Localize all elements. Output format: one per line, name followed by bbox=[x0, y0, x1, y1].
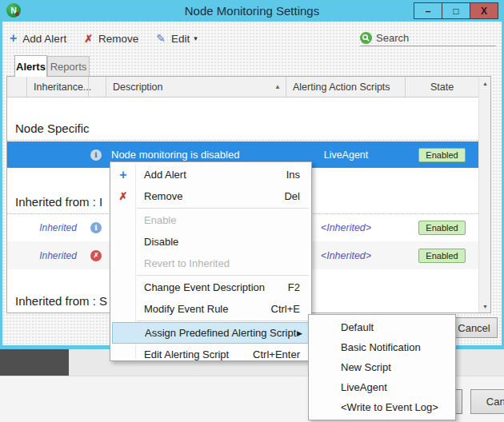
menu-item-label: Assign Predefined Alerting Script bbox=[145, 327, 296, 339]
remove-x-icon: ✗ bbox=[116, 190, 130, 202]
menu-item-revert-to-inherited: Revert to Inherited bbox=[110, 253, 311, 274]
column-header-state[interactable]: State bbox=[406, 77, 478, 97]
submenu-item-liveagent[interactable]: LiveAgent bbox=[309, 377, 455, 397]
error-icon: ✗ bbox=[90, 250, 102, 261]
tab-alerts[interactable]: Alerts bbox=[14, 55, 47, 77]
menu-item-enable: Enable bbox=[110, 209, 311, 231]
menu-item-label: Revert to Inherited bbox=[144, 257, 230, 269]
search-input[interactable] bbox=[376, 32, 488, 44]
submenu-item-new-script[interactable]: New Script bbox=[309, 357, 455, 377]
group-header-node-specific: Node Specific bbox=[7, 116, 478, 141]
submenu-item-basic-notification[interactable]: Basic Notification bbox=[309, 337, 455, 357]
menu-item-label: Edit Alerting Script bbox=[144, 348, 229, 360]
tab-reports[interactable]: Reports bbox=[47, 56, 90, 77]
edit-label: Edit bbox=[171, 33, 190, 45]
menu-item-modify-event-rule[interactable]: Modify Event Rule Ctrl+E bbox=[110, 298, 311, 320]
menu-shortcut: Ins bbox=[286, 169, 300, 181]
maximize-button[interactable]: □ bbox=[442, 2, 470, 19]
sort-ascending-icon: ▲ bbox=[274, 83, 281, 90]
info-icon: i bbox=[90, 149, 102, 161]
edit-dropdown-button[interactable]: ✎ Edit ▾ bbox=[156, 32, 198, 45]
search-box[interactable] bbox=[360, 30, 496, 46]
menu-shortcut: Del bbox=[284, 190, 300, 202]
remove-x-icon: ✗ bbox=[84, 33, 93, 45]
status-badge: Enabled bbox=[418, 148, 465, 162]
menu-item-add-alert[interactable]: + Add Alert Ins bbox=[110, 164, 311, 185]
desktop-area bbox=[0, 349, 69, 376]
vertical-scrollbar[interactable]: ▲ ▼ bbox=[478, 77, 490, 313]
scroll-up-icon[interactable]: ▲ bbox=[479, 77, 491, 90]
description-header-label: Description bbox=[113, 82, 163, 93]
menu-item-disable[interactable]: Disable bbox=[110, 231, 311, 253]
cancel-button[interactable]: Cancel bbox=[450, 317, 498, 338]
menu-item-label: Change Event Description bbox=[144, 281, 265, 293]
column-header-scripts[interactable]: Alerting Action Scripts bbox=[286, 77, 406, 97]
status-badge: Enabled bbox=[418, 221, 465, 235]
menu-separator bbox=[137, 208, 309, 209]
row-state: Enabled bbox=[406, 241, 478, 269]
pencil-icon: ✎ bbox=[156, 32, 166, 45]
plus-icon: + bbox=[10, 31, 17, 46]
remove-label: Remove bbox=[98, 33, 138, 45]
column-header-description[interactable]: Description ▲ bbox=[106, 77, 286, 97]
submenu-item-write-to-event-log[interactable]: <Write to Event Log> bbox=[309, 397, 455, 417]
submenu-arrow-icon: ▶ bbox=[297, 329, 302, 337]
menu-item-label: Disable bbox=[144, 236, 178, 248]
submenu-item-default[interactable]: Default bbox=[309, 317, 455, 337]
menu-separator bbox=[137, 275, 309, 276]
column-header-empty[interactable] bbox=[7, 77, 27, 97]
menu-shortcut: F2 bbox=[288, 281, 300, 293]
info-icon: i bbox=[90, 222, 102, 233]
close-button[interactable]: X bbox=[470, 2, 498, 19]
chevron-down-icon: ▾ bbox=[194, 34, 198, 42]
add-alert-button[interactable]: + Add Alert bbox=[10, 31, 66, 46]
menu-separator bbox=[137, 320, 309, 321]
menu-item-label: Remove bbox=[144, 190, 182, 202]
scroll-down-icon[interactable]: ▼ bbox=[479, 300, 491, 313]
column-header-inheritance[interactable]: Inheritance... bbox=[27, 77, 89, 97]
alerting-script-submenu: Default Basic Notification New Script Li… bbox=[308, 314, 456, 420]
context-menu: + Add Alert Ins ✗ Remove Del Enable Disa… bbox=[110, 161, 312, 361]
menu-item-edit-alerting-script[interactable]: Edit Alerting Script Ctrl+Enter bbox=[110, 344, 311, 365]
inheritance-label: Inherited bbox=[27, 241, 89, 269]
toolbar: + Add Alert ✗ Remove ✎ Edit ▾ bbox=[10, 29, 215, 48]
search-icon bbox=[360, 32, 372, 44]
menu-item-label: Modify Event Rule bbox=[144, 303, 229, 315]
background-cancel-button[interactable]: Cancel bbox=[470, 389, 504, 414]
column-header-icon[interactable] bbox=[89, 77, 106, 97]
menu-item-assign-predefined-alerting-script[interactable]: Assign Predefined Alerting Script ▶ bbox=[112, 322, 310, 344]
menu-item-label: Add Alert bbox=[144, 169, 186, 181]
add-alert-label: Add Alert bbox=[22, 33, 66, 45]
row-state: Enabled bbox=[406, 214, 478, 241]
list-header: Inheritance... Description ▲ Alerting Ac… bbox=[7, 77, 478, 98]
menu-item-change-event-description[interactable]: Change Event Description F2 bbox=[110, 277, 311, 298]
window-controls: – □ X bbox=[414, 2, 498, 19]
menu-shortcut: Ctrl+Enter bbox=[253, 348, 300, 360]
inheritance-label: Inherited bbox=[27, 214, 89, 241]
screen: N Node Monitoring Settings – □ X + Add A… bbox=[0, 0, 504, 422]
row-state: Enabled bbox=[406, 141, 478, 168]
status-badge: Enabled bbox=[418, 249, 465, 263]
plus-icon: + bbox=[116, 168, 130, 182]
minimize-button[interactable]: – bbox=[414, 2, 442, 19]
menu-shortcut: Ctrl+E bbox=[271, 303, 300, 315]
menu-item-remove[interactable]: ✗ Remove Del bbox=[110, 185, 311, 207]
remove-button[interactable]: ✗ Remove bbox=[84, 33, 138, 45]
menu-item-label: Enable bbox=[144, 214, 176, 226]
